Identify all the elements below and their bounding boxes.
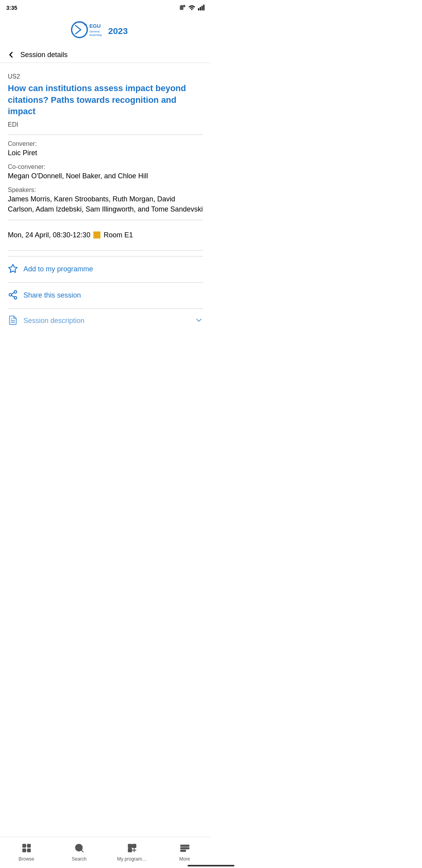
notification-icon [179,4,186,11]
svg-marker-12 [9,264,17,273]
session-code: US2 [8,73,203,80]
co-convener-block: Co-convener: Megan O'Donnell, Noel Baker… [8,163,203,181]
divider-1 [8,135,203,135]
session-description-row[interactable]: Session description [8,308,203,330]
svg-rect-5 [203,5,204,11]
svg-rect-2 [198,8,199,11]
session-desc-left: Session description [8,315,84,327]
date-time: Mon, 24 April, 08:30-12:30 [8,231,90,239]
divider-2 [8,220,203,220]
nav-bar: Session details [0,47,211,63]
svg-line-17 [11,292,14,294]
status-icons [179,4,205,11]
room-color-indicator [93,231,100,239]
convener-block: Convener: Loic Piret [8,140,203,158]
svg-rect-4 [202,6,203,11]
convener-label: Convener: [8,140,203,147]
svg-text:EGU: EGU [89,23,101,29]
main-content: US2 How can institutions assess impact b… [0,67,211,330]
session-desc-label: Session description [23,317,84,325]
svg-text:Assembly: Assembly [89,33,102,37]
back-button[interactable] [6,50,16,59]
speakers-value: James Morris, Karen Stroobants, Ruth Mor… [8,194,203,214]
date-room-row: Mon, 24 April, 08:30-12:30 Room E1 [8,226,203,245]
status-time: 3:35 [6,5,17,11]
convener-value: Loic Piret [8,148,203,158]
session-title: How can institutions assess impact beyon… [8,82,203,117]
chevron-down-icon [195,316,203,326]
svg-line-16 [11,295,14,297]
svg-point-0 [183,5,186,7]
share-icon [8,290,18,301]
co-convener-label: Co-convener: [8,163,203,170]
svg-text:General: General [89,30,100,33]
svg-rect-3 [200,7,201,11]
star-icon [8,264,18,275]
status-bar: 3:35 [0,0,211,14]
add-programme-label: Add to my programme [23,265,93,273]
description-icon [8,315,18,327]
signal-icon [198,4,205,11]
share-session-row[interactable]: Share this session [8,282,203,308]
share-label: Share this session [23,291,81,299]
wifi-icon [188,4,195,11]
svg-rect-1 [180,6,183,10]
egu-logo: EGU General Assembly 2023 [66,18,145,41]
back-icon [6,50,16,59]
add-programme-row[interactable]: Add to my programme [8,256,203,282]
divider-3 [8,250,203,251]
room-label: Room E1 [104,231,133,239]
speakers-block: Speakers: James Morris, Karen Stroobants… [8,187,203,214]
logo-area: EGU General Assembly 2023 [0,14,211,47]
session-tag: EDI [8,121,203,128]
svg-text:2023: 2023 [108,26,128,36]
co-convener-value: Megan O'Donnell, Noel Baker, and Chloe H… [8,171,203,181]
speakers-label: Speakers: [8,187,203,194]
page-title: Session details [20,51,68,59]
